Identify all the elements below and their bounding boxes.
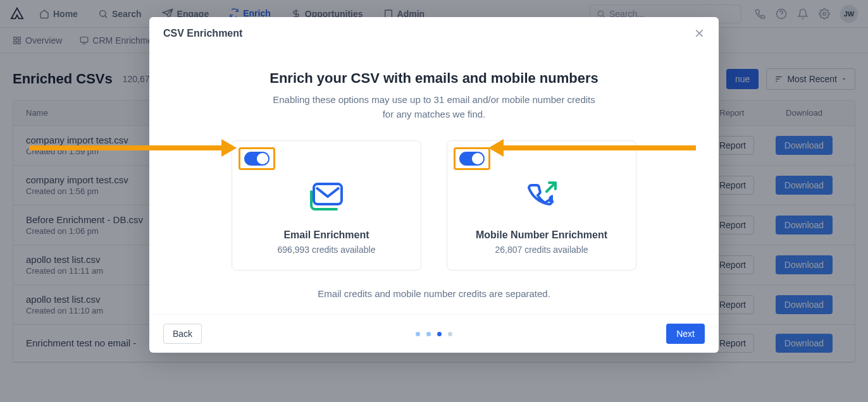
- modal-heading: Enrich your CSV with emails and mobile n…: [175, 70, 693, 87]
- email-toggle-highlight: [239, 147, 275, 170]
- email-card-title: Email Enrichment: [241, 229, 412, 241]
- svg-rect-20: [314, 184, 342, 204]
- mobile-card-title: Mobile Number Enrichment: [456, 229, 627, 241]
- mobile-card-sub: 26,807 credits available: [456, 245, 627, 255]
- modal-footer: Back Next: [149, 314, 719, 353]
- csv-enrichment-modal: CSV Enrichment ✕ Enrich your CSV with em…: [149, 17, 719, 353]
- modal-note: Email credits and mobile number credits …: [175, 288, 693, 299]
- modal-subheading: Enabling these options may use up to 31 …: [270, 93, 598, 121]
- dot-4: [448, 332, 452, 336]
- email-icon: [307, 180, 345, 214]
- email-enrichment-card: Email Enrichment 696,993 credits availab…: [232, 140, 421, 271]
- modal-title: CSV Enrichment: [163, 28, 242, 39]
- email-card-sub: 696,993 credits available: [241, 245, 412, 255]
- mobile-toggle[interactable]: [459, 152, 485, 166]
- back-button[interactable]: Back: [163, 324, 202, 344]
- dot-1: [416, 332, 420, 336]
- modal-header: CSV Enrichment ✕: [149, 17, 719, 50]
- phone-outgoing-icon: [523, 180, 561, 214]
- email-toggle[interactable]: [244, 152, 270, 166]
- dot-2: [426, 332, 431, 336]
- mobile-enrichment-card: Mobile Number Enrichment 26,807 credits …: [447, 140, 636, 271]
- mobile-toggle-highlight: [454, 147, 490, 170]
- enrichment-cards: Email Enrichment 696,993 credits availab…: [175, 140, 693, 271]
- next-button[interactable]: Next: [666, 324, 705, 344]
- close-icon[interactable]: ✕: [694, 26, 705, 41]
- step-dots: [416, 332, 452, 336]
- modal-body: Enrich your CSV with emails and mobile n…: [149, 50, 719, 314]
- dot-3: [437, 332, 442, 336]
